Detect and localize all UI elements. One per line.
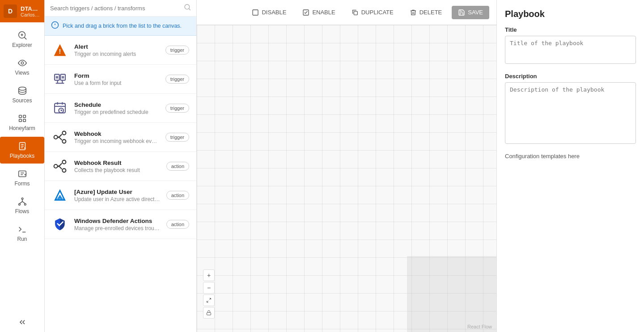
svg-point-5 — [18, 87, 26, 90]
canvas-grid[interactable]: + − React Flow — [197, 25, 496, 332]
list-item[interactable]: A [Azure] Update User Update user in Azu… — [45, 181, 196, 210]
svg-rect-7 — [23, 115, 25, 118]
brick-info: Webhook Result Collects the playbook res… — [74, 160, 160, 173]
brick-name: Form — [74, 72, 159, 79]
lock-button[interactable] — [203, 307, 215, 319]
description-input[interactable] — [505, 82, 636, 144]
svg-text:!: ! — [59, 48, 61, 55]
webhook-result-icon — [52, 158, 68, 174]
title-field-group: Title — [505, 26, 636, 66]
svg-point-18 — [18, 204, 20, 206]
windows-defender-icon — [52, 216, 68, 232]
playbooks-icon — [17, 141, 27, 151]
brick-info: Form Use a form for input — [74, 72, 159, 86]
svg-point-46 — [62, 131, 66, 135]
svg-rect-56 — [354, 11, 357, 15]
sidebar-brand-text: DTACT ... Carlos Ca... — [21, 5, 41, 17]
search-bar — [45, 0, 196, 17]
sidebar-item-flows[interactable]: Flows — [0, 192, 44, 219]
zoom-in-button[interactable]: + — [203, 269, 215, 281]
list-item[interactable]: Webhook Result Collects the playbook res… — [45, 152, 196, 181]
brick-description: Trigger on predefined schedule — [74, 109, 159, 115]
info-banner: Pick and drag a brick from the list to t… — [45, 17, 196, 36]
list-item[interactable]: Webhook Trigger on incoming webhook even… — [45, 123, 196, 152]
svg-point-50 — [62, 168, 66, 172]
sidebar-item-sources[interactable]: Sources — [0, 81, 44, 108]
config-templates: Configuration templates here — [505, 153, 636, 160]
brick-name: Webhook Result — [74, 160, 160, 166]
duplicate-icon — [352, 9, 359, 16]
duplicate-label: DUPLICATE — [361, 9, 394, 16]
fit-view-button[interactable] — [203, 294, 215, 306]
sidebar-item-label: Forms — [15, 181, 30, 187]
brick-name: Alert — [74, 43, 159, 50]
sidebar-item-label: Playbooks — [10, 153, 34, 159]
search-input[interactable] — [50, 5, 180, 12]
playbook-panel-title: Playbook — [505, 9, 636, 19]
enable-label: ENABLE — [312, 9, 335, 16]
search-icon — [184, 4, 191, 13]
title-input[interactable] — [505, 36, 636, 64]
brick-description: Trigger on incoming webhook events — [74, 138, 159, 144]
brick-name: Windows Defender Actions — [74, 218, 160, 224]
brick-list: ! Alert Trigger on incoming alerts trigg… — [45, 36, 196, 332]
svg-rect-9 — [23, 119, 25, 122]
svg-rect-31 — [55, 74, 59, 80]
brick-tag: trigger — [165, 133, 189, 142]
svg-line-58 — [207, 301, 209, 303]
save-button[interactable]: SAVE — [452, 6, 489, 19]
description-field-group: Description — [505, 73, 636, 146]
forms-icon — [17, 169, 27, 179]
brick-tag: trigger — [165, 46, 189, 55]
brick-tag: action — [166, 191, 189, 200]
save-icon — [458, 9, 465, 16]
delete-button[interactable]: DELETE — [403, 6, 449, 19]
canvas-area: DISABLE ENABLE DUPLICATE DELETE — [197, 0, 496, 332]
sources-icon — [17, 86, 27, 96]
sidebar-item-honeyfarm[interactable]: Honeyfarm — [0, 109, 44, 136]
brick-description: Trigger on incoming alerts — [74, 51, 159, 57]
sidebar-item-label: Explorer — [12, 42, 32, 48]
disable-button[interactable]: DISABLE — [246, 6, 292, 19]
brick-info: Alert Trigger on incoming alerts — [74, 43, 159, 57]
svg-rect-54 — [253, 10, 258, 15]
collapse-button[interactable] — [13, 312, 32, 332]
alert-icon: ! — [52, 42, 68, 58]
schedule-icon — [52, 100, 68, 116]
form-icon — [52, 71, 68, 87]
svg-line-1 — [24, 37, 26, 39]
webhook-icon — [52, 129, 68, 145]
trash-icon — [410, 9, 417, 16]
flows-icon — [17, 197, 27, 206]
enable-button[interactable]: ENABLE — [296, 6, 341, 19]
toolbar: DISABLE ENABLE DUPLICATE DELETE — [197, 0, 496, 25]
svg-point-17 — [21, 198, 23, 200]
honeyfarm-icon — [17, 113, 27, 123]
list-item[interactable]: Windows Defender Actions Manage pre-enro… — [45, 210, 196, 239]
collapse-icon — [18, 318, 27, 327]
brand-name: DTACT ... — [21, 5, 41, 12]
brick-info: Webhook Trigger on incoming webhook even… — [74, 130, 159, 144]
sidebar-item-views[interactable]: Views — [0, 54, 44, 80]
svg-line-22 — [22, 202, 25, 204]
sidebar-item-forms[interactable]: Forms — [0, 164, 44, 191]
sidebar-item-run[interactable]: Run — [0, 220, 44, 247]
sidebar-item-playbooks[interactable]: Playbooks — [0, 137, 44, 164]
sidebar: D DTACT ... Carlos Ca... Explorer Views — [0, 0, 45, 332]
user-name: Carlos Ca... — [21, 12, 41, 17]
svg-point-4 — [21, 62, 24, 64]
save-label: SAVE — [468, 9, 483, 16]
brick-info: Schedule Trigger on predefined schedule — [74, 101, 159, 115]
sidebar-item-explorer[interactable]: Explorer — [0, 26, 44, 53]
list-item[interactable]: Form Use a form for input trigger — [45, 65, 196, 94]
svg-rect-59 — [207, 313, 211, 315]
brick-tag: action — [166, 162, 189, 171]
sidebar-item-label: Flows — [15, 208, 29, 214]
explorer-icon — [17, 30, 27, 40]
brick-tag: trigger — [165, 75, 189, 84]
list-item[interactable]: ! Alert Trigger on incoming alerts trigg… — [45, 36, 196, 65]
duplicate-button[interactable]: DUPLICATE — [345, 6, 400, 19]
svg-point-49 — [62, 160, 66, 164]
list-item[interactable]: Schedule Trigger on predefined schedule … — [45, 94, 196, 123]
zoom-out-button[interactable]: − — [203, 282, 215, 294]
